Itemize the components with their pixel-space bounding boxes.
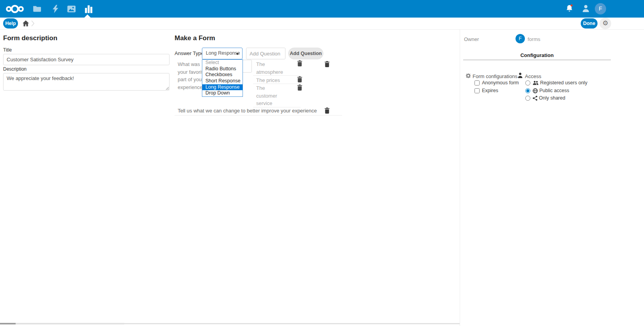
registered-users-label[interactable]: Registered users only (540, 80, 587, 86)
person-icon (518, 73, 523, 78)
dropdown-option-checkboxes[interactable]: Checkboxes (202, 72, 243, 78)
delete-option-button[interactable] (297, 60, 303, 66)
delete-option-button[interactable] (297, 84, 303, 91)
trash-icon (324, 107, 330, 114)
delete-question-button[interactable] (324, 61, 330, 67)
registered-users-option: Registered users only (525, 80, 587, 86)
notifications-bell-icon[interactable] (566, 4, 573, 13)
public-access-radio[interactable] (525, 88, 530, 93)
owner-label: Owner (464, 36, 479, 42)
form-description-input[interactable]: We appreciate your feedback! (3, 73, 169, 91)
gear-icon (466, 73, 471, 78)
bottom-divider (124, 323, 460, 324)
answer-type-dropdown-list: Select Radio Buttons Checkboxes Short Re… (202, 59, 243, 97)
only-shared-label[interactable]: Only shared (539, 95, 565, 101)
done-button[interactable]: Done (581, 18, 598, 29)
trash-icon (324, 61, 330, 67)
trash-icon (297, 84, 303, 91)
contacts-app-icon[interactable] (582, 4, 590, 12)
app-header: F (0, 0, 644, 18)
app-toolbar: Help Done ⚙ (0, 18, 644, 30)
expires-option: Expires (475, 88, 498, 93)
add-question-input[interactable] (246, 48, 285, 59)
user-avatar[interactable]: F (595, 3, 606, 14)
form-configurations-heading: Form configurations (473, 73, 517, 79)
files-app-icon[interactable] (33, 5, 41, 13)
option-divider (253, 75, 301, 76)
forms-app-icon[interactable] (84, 5, 93, 13)
trash-icon (297, 60, 303, 66)
anonymous-form-label[interactable]: Anonymous form (482, 80, 519, 86)
anonymous-form-checkbox[interactable] (475, 80, 480, 86)
active-app-indicator (84, 14, 91, 18)
owner-avatar: F (516, 34, 525, 43)
question-option[interactable]: The atmosphere (256, 61, 286, 76)
description-label: Description (3, 66, 27, 72)
configuration-heading: Configuration (463, 52, 611, 58)
form-settings-gear-button[interactable]: ⚙ (599, 18, 611, 29)
photos-app-icon[interactable] (67, 5, 76, 13)
title-label: Title (3, 47, 12, 53)
breadcrumb-chevron-icon (31, 20, 35, 27)
home-breadcrumb-icon[interactable] (22, 20, 29, 27)
make-form-heading: Make a Form (175, 34, 215, 42)
only-shared-option: Only shared (525, 95, 565, 101)
nextcloud-logo-icon[interactable] (5, 4, 24, 14)
horizontal-scrollbar-region (0, 323, 124, 324)
activity-app-icon[interactable] (51, 5, 60, 13)
dropdown-option-drop-down[interactable]: Drop Down (202, 90, 243, 96)
chevron-down-icon (236, 53, 239, 55)
answer-type-value: Long Response (206, 50, 240, 56)
help-button[interactable]: Help (3, 18, 18, 29)
question-divider (175, 115, 342, 116)
notification-dot (571, 4, 573, 6)
form-title-input[interactable] (3, 54, 169, 65)
trash-icon (297, 76, 303, 82)
dropdown-option-radio-buttons[interactable]: Radio Buttons (202, 66, 243, 72)
add-question-button[interactable]: Add Question (288, 48, 323, 59)
registered-users-radio[interactable] (525, 80, 530, 86)
delete-option-button[interactable] (297, 76, 303, 82)
expires-label[interactable]: Expires (482, 88, 498, 93)
public-access-option: Public access (525, 88, 569, 93)
dropdown-option-short-response[interactable]: Short Response (202, 78, 243, 84)
group-icon (533, 81, 539, 85)
only-shared-radio[interactable] (525, 96, 530, 101)
form-description-heading: Form description (3, 34, 57, 42)
expires-checkbox[interactable] (475, 88, 480, 93)
horizontal-scrollbar-thumb[interactable] (0, 323, 16, 324)
anonymous-form-option: Anonymous form (475, 80, 519, 86)
option-divider (253, 107, 301, 107)
question-option[interactable]: The customer service (256, 84, 286, 107)
configuration-sidebar: Owner F forms Configuration Form configu… (460, 30, 644, 326)
share-icon (533, 96, 537, 101)
option-divider (253, 84, 301, 84)
dropdown-option-long-response[interactable]: Long Response (202, 84, 243, 91)
access-heading: Access (525, 73, 541, 79)
answer-type-label: Answer Type: (175, 50, 205, 56)
delete-question-button[interactable] (324, 107, 330, 114)
globe-icon (533, 88, 538, 93)
owner-name: forms (528, 36, 541, 42)
dropdown-option-select[interactable]: Select (202, 60, 243, 66)
public-access-label[interactable]: Public access (539, 88, 569, 93)
question-option[interactable]: The prices (256, 77, 286, 84)
question-text[interactable]: Tell us what we can change to better imp… (178, 108, 317, 114)
configuration-divider (463, 60, 611, 60)
answer-type-select[interactable]: Long Response (202, 48, 243, 59)
